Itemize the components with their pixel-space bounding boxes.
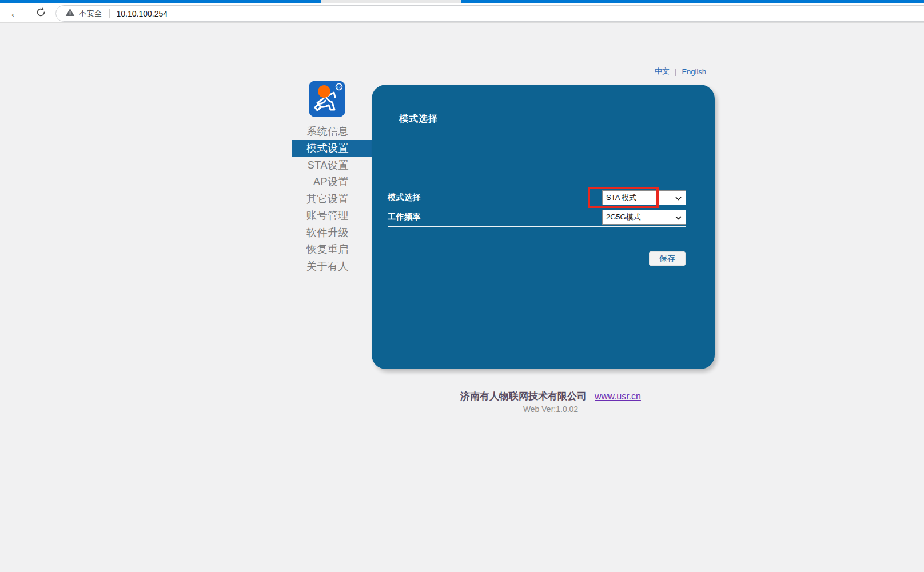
lang-chinese-link[interactable]: 中文 xyxy=(655,66,670,77)
address-separator xyxy=(109,9,110,18)
chevron-down-icon xyxy=(675,193,682,203)
sidebar-item-ap-settings[interactable]: AP设置 xyxy=(292,174,373,191)
svg-text:R: R xyxy=(337,85,341,90)
security-indicator[interactable]: 不安全 xyxy=(65,8,102,19)
settings-panel: 模式选择 模式选择 STA 模式 工作频率 2G5G模式 xyxy=(372,85,715,369)
panel-title: 模式选择 xyxy=(399,113,438,125)
reload-icon xyxy=(35,7,46,20)
chevron-down-icon xyxy=(675,212,682,222)
company-name: 济南有人物联网技术有限公司 xyxy=(460,390,587,403)
address-bar[interactable]: 不安全 10.10.100.254 xyxy=(55,5,924,22)
sidebar-item-sta-settings[interactable]: STA设置 xyxy=(292,157,373,174)
sidebar-item-other-settings[interactable]: 其它设置 xyxy=(292,190,373,207)
reload-button[interactable] xyxy=(32,5,49,22)
language-switcher: 中文 | English xyxy=(655,66,706,77)
usr-website-link[interactable]: www.usr.cn xyxy=(595,391,641,402)
web-version: Web Ver:1.0.02 xyxy=(379,405,722,414)
page-background: 中文 | English R 系统信息 模式设置 STA设置 AP设置 其它设置… xyxy=(0,23,924,572)
sidebar-item-system-info[interactable]: 系统信息 xyxy=(292,123,373,140)
lang-divider: | xyxy=(675,67,676,76)
sidebar-menu: 系统信息 模式设置 STA设置 AP设置 其它设置 账号管理 软件升级 恢复重启… xyxy=(292,123,373,275)
form-row-frequency: 工作频率 2G5G模式 xyxy=(388,207,686,227)
mode-select-value: STA 模式 xyxy=(606,193,636,203)
sidebar-item-account-management[interactable]: 账号管理 xyxy=(292,207,373,225)
page-footer: 济南有人物联网技术有限公司 www.usr.cn Web Ver:1.0.02 xyxy=(379,390,722,414)
sidebar-item-firmware-upgrade[interactable]: 软件升级 xyxy=(292,224,373,241)
mode-form: 模式选择 STA 模式 工作频率 2G5G模式 xyxy=(388,188,686,227)
frequency-select-value: 2G5G模式 xyxy=(606,212,641,222)
frequency-select[interactable]: 2G5G模式 xyxy=(602,210,686,225)
lang-english-link[interactable]: English xyxy=(682,67,706,76)
mode-select[interactable]: STA 模式 xyxy=(602,190,686,205)
save-button[interactable]: 保存 xyxy=(649,251,686,266)
form-row-mode: 模式选择 STA 模式 xyxy=(388,188,686,207)
usr-logo: R xyxy=(309,81,345,117)
sidebar-item-mode-settings[interactable]: 模式设置 xyxy=(292,140,373,157)
security-warning-text: 不安全 xyxy=(79,9,102,19)
warning-triangle-icon xyxy=(65,8,75,19)
sidebar-item-about-usr[interactable]: 关于有人 xyxy=(292,258,373,275)
mode-select-label: 模式选择 xyxy=(388,193,421,203)
sidebar-item-restore-restart[interactable]: 恢复重启 xyxy=(292,241,373,258)
url-text: 10.10.100.254 xyxy=(117,9,168,18)
frequency-select-label: 工作频率 xyxy=(388,212,421,222)
back-button[interactable]: ← xyxy=(7,5,24,22)
browser-toolbar: ← 不安全 10.10.100.254 xyxy=(0,3,924,23)
